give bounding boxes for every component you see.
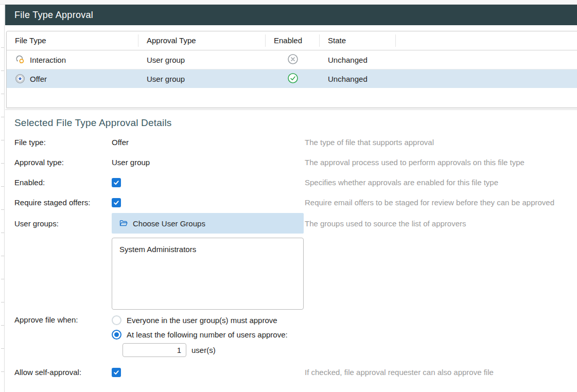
at-least-radio[interactable]	[112, 330, 121, 340]
interaction-icon	[15, 55, 25, 65]
field-row-approval-type: Approval type: User group The approval p…	[14, 152, 577, 172]
details-heading: Selected File Type Approval Details	[14, 117, 577, 129]
cell-file-type: Interaction	[30, 56, 66, 64]
col-header-state: State	[320, 34, 396, 47]
top-strip	[0, 0, 577, 5]
field-row-file-type: File type: Offer The type of file that s…	[14, 132, 577, 152]
enabled-checkbox[interactable]	[112, 178, 121, 187]
user-count-line: user(s)	[112, 343, 305, 357]
col-header-approval-type: Approval Type	[138, 34, 266, 47]
approval-type-help: The approval process used to perform app…	[305, 158, 524, 167]
user-count-input[interactable]	[123, 343, 186, 357]
require-staged-offers-checkbox[interactable]	[112, 198, 121, 207]
col-header-spacer	[396, 34, 577, 47]
approve-file-when-label: Approve file when:	[14, 313, 112, 324]
enabled-circle-check-icon	[287, 73, 299, 85]
radio-option-at-least: At least the following number of users a…	[112, 327, 305, 342]
user-groups-help: The groups used to source the list of ap…	[305, 212, 466, 228]
table-row-offer[interactable]: Offer User group Unchanged	[7, 69, 577, 88]
require-staged-offers-label: Require staged offers:	[14, 198, 112, 207]
enabled-label: Enabled:	[14, 178, 112, 187]
everyone-radio[interactable]	[112, 315, 121, 325]
choose-user-groups-button[interactable]: Choose User Groups	[112, 213, 304, 234]
col-header-file-type: File Type	[7, 34, 138, 47]
allow-self-approval-help: If checked, file approval requester can …	[305, 368, 494, 377]
approval-type-label: Approval type:	[14, 158, 112, 167]
open-folder-icon	[119, 219, 128, 228]
panel-title: File Type Approval	[14, 10, 93, 21]
at-least-radio-label: At least the following number of users a…	[127, 330, 288, 339]
user-groups-listbox[interactable]: System Administrators	[112, 238, 304, 310]
splitter-ticks	[1, 25, 4, 392]
col-header-enabled: Enabled	[266, 34, 320, 47]
allow-self-approval-label: Allow self-approval:	[14, 368, 112, 377]
file-type-table: File Type Approval Type Enabled State In…	[6, 31, 577, 108]
cell-file-type: Offer	[30, 75, 47, 83]
field-row-user-groups: User groups: Choose User Groups System A…	[14, 212, 577, 313]
choose-user-groups-label: Choose User Groups	[133, 219, 205, 228]
file-type-approval-panel: File Type Approval File Type Approval Ty…	[5, 5, 577, 382]
field-row-allow-self-approval: Allow self-approval: If checked, file ap…	[14, 362, 577, 382]
offer-icon	[15, 74, 25, 84]
table-header-row: File Type Approval Type Enabled State	[7, 31, 577, 50]
disabled-circle-x-icon	[287, 54, 299, 66]
table-row-interaction[interactable]: Interaction User group Unchanged	[7, 50, 577, 69]
approval-type-value: User group	[112, 158, 305, 167]
field-row-require-staged-offers: Require staged offers: Require email off…	[14, 192, 577, 212]
file-type-help: The type of file that supports approval	[305, 138, 434, 147]
user-groups-label: User groups:	[14, 212, 112, 228]
user-count-suffix: user(s)	[191, 346, 216, 354]
selected-details-section: Selected File Type Approval Details File…	[5, 109, 577, 382]
panel-title-bar: File Type Approval	[5, 5, 577, 25]
file-type-value: Offer	[112, 138, 305, 147]
cell-approval-type: User group	[138, 56, 266, 64]
cell-state: Unchanged	[320, 56, 396, 64]
allow-self-approval-checkbox[interactable]	[112, 368, 121, 377]
field-row-approve-file-when: Approve file when: Everyone in the user …	[14, 313, 577, 360]
radio-option-everyone: Everyone in the user group(s) must appro…	[112, 313, 305, 327]
everyone-radio-label: Everyone in the user group(s) must appro…	[127, 316, 277, 325]
field-row-enabled: Enabled: Specifies whether approvals are…	[14, 172, 577, 192]
left-splitter[interactable]	[0, 5, 5, 392]
cell-state: Unchanged	[320, 75, 396, 83]
user-group-item[interactable]: System Administrators	[112, 241, 303, 257]
cell-approval-type: User group	[138, 75, 266, 83]
file-type-label: File type:	[14, 138, 112, 147]
enabled-help: Specifies whether approvals are enabled …	[305, 178, 498, 187]
require-staged-offers-help: Require email offers to be staged for re…	[305, 198, 554, 207]
